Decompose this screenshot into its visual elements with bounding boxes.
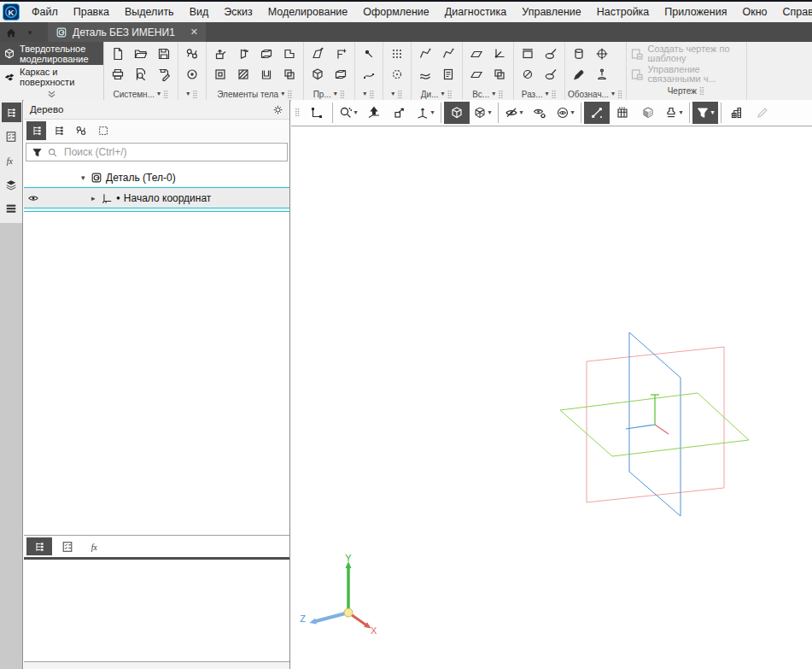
triad-origin-sphere[interactable] (344, 608, 353, 617)
sidebar-tree-button[interactable] (2, 103, 21, 122)
group-dropdown-caret[interactable]: ▾ (157, 91, 161, 97)
search-input[interactable] (62, 145, 282, 159)
group-dropdown-caret[interactable]: ▾ (391, 91, 394, 97)
mode-solid-modeling[interactable]: Твердотельное моделирование (0, 42, 103, 65)
mode-wireframe-surfaces[interactable]: Каркас и поверхности (0, 65, 103, 88)
save-as-button[interactable] (153, 64, 175, 84)
create-drawing-from-template-button[interactable]: Создать чертеж по шаблону (630, 44, 743, 64)
group-grip[interactable]: ⣿ (287, 91, 293, 98)
dropdown-caret[interactable]: ▾ (571, 109, 575, 116)
group-grip[interactable]: ⣿ (163, 91, 169, 98)
menu-item-5[interactable]: Эскиз (216, 2, 260, 22)
check-surface-button[interactable] (414, 64, 436, 84)
designation-cylinder-button[interactable] (568, 44, 590, 63)
measure-button[interactable] (724, 102, 750, 124)
tree-selection-button[interactable] (93, 121, 113, 140)
dropdown-caret[interactable]: ▾ (520, 109, 523, 116)
show-all-button[interactable]: ▾ (552, 102, 578, 124)
check-sketch-button[interactable] (414, 44, 436, 63)
boss-element-button[interactable] (278, 44, 301, 63)
sidebar-parameters-button[interactable] (2, 126, 21, 146)
aux-axis-button[interactable] (488, 44, 511, 63)
panel-tab-parameters[interactable] (55, 537, 80, 555)
dropdown-caret[interactable]: ▾ (680, 109, 683, 116)
shell-element-button[interactable] (255, 64, 277, 84)
loft-element-button[interactable] (255, 44, 277, 63)
new-document-button[interactable] (107, 44, 129, 63)
report-button[interactable] (437, 64, 459, 84)
exclude-dimension-button[interactable] (517, 64, 539, 84)
feature-reference-button[interactable] (330, 44, 352, 63)
menu-item-7[interactable]: Оформление (355, 2, 437, 22)
hole-element-button[interactable] (232, 64, 254, 84)
modes-collapse-chevron[interactable] (0, 88, 103, 100)
aux-plane2-button[interactable] (465, 64, 488, 84)
group-dropdown-caret[interactable]: ▾ (363, 91, 366, 97)
panel-tab-tree[interactable] (26, 537, 52, 555)
kompas-logo[interactable]: K (3, 3, 20, 21)
group-grip[interactable]: ⣿ (397, 91, 403, 98)
filter-funnel-icon[interactable] (32, 147, 43, 158)
open-document-button[interactable] (130, 44, 152, 63)
tree-sequence-button[interactable] (49, 121, 68, 140)
datum-target-button[interactable] (591, 44, 613, 63)
wireframe-display-button[interactable]: ▾ (470, 102, 495, 124)
ellipse-dimension-button[interactable] (540, 64, 562, 84)
zoom-tools-button[interactable]: ▾ (336, 102, 361, 124)
home-button[interactable] (0, 22, 22, 42)
boolean-element-button[interactable] (278, 64, 301, 84)
dropdown-caret[interactable]: ▾ (354, 109, 358, 116)
document-tab[interactable]: Деталь БЕЗ ИМЕНИ1 ✕ (48, 22, 206, 42)
print-button[interactable] (107, 64, 129, 84)
tree-item-detail[interactable]: ▾Деталь (Тел-0) (24, 167, 289, 188)
group-grip[interactable]: ⣿ (447, 91, 453, 98)
visibility-eye-icon[interactable] (27, 192, 43, 204)
menu-item-2[interactable]: Правка (66, 2, 117, 22)
rebuild-model-button[interactable] (181, 44, 203, 63)
group-dropdown-caret[interactable]: ▾ (611, 91, 615, 97)
tree-relations-button[interactable] (71, 121, 91, 140)
media-insert-button[interactable] (181, 64, 203, 84)
view-axes-button[interactable]: ▾ (412, 102, 438, 124)
snaps-button[interactable] (584, 102, 610, 124)
primitive-sections-button[interactable] (330, 64, 352, 84)
grid-button[interactable] (610, 102, 635, 124)
group-grip[interactable]: ⣿ (192, 91, 198, 98)
edit-disabled-button[interactable] (750, 102, 775, 124)
rotate-view-button[interactable] (387, 102, 412, 124)
model-appearance-button[interactable] (635, 102, 661, 124)
pattern-array-button[interactable] (386, 44, 408, 63)
group-grip[interactable]: ⣿ (369, 91, 375, 98)
tree-structure-button[interactable] (26, 121, 46, 140)
point-button[interactable] (358, 44, 380, 63)
group-grip[interactable]: ⣿ (552, 91, 558, 98)
menu-item-6[interactable]: Моделирование (260, 2, 356, 22)
group-dropdown-caret[interactable]: ▾ (186, 91, 190, 97)
tree-item-origin[interactable]: ▸●Начало координат (24, 188, 289, 208)
aux-plane-button[interactable] (465, 44, 488, 63)
group-dropdown-caret[interactable]: ▾ (492, 91, 495, 97)
menu-item-3[interactable]: Выделить (117, 2, 182, 22)
dropdown-caret[interactable]: ▾ (488, 109, 492, 116)
menu-item-13[interactable]: Справка (775, 2, 812, 22)
check-curve-button[interactable] (437, 44, 459, 63)
group-dropdown-caret[interactable]: ▾ (441, 91, 445, 97)
dropdown-caret[interactable]: ▾ (431, 109, 435, 116)
viewport-toolbar-grip[interactable]: ⣿ (295, 109, 301, 115)
tab-close-button[interactable]: ✕ (190, 26, 198, 38)
frame-mode-button[interactable] (304, 102, 330, 124)
group-grip[interactable]: ⣿ (340, 91, 346, 98)
hide-objects-button[interactable]: ▾ (501, 102, 527, 124)
position-mark-button[interactable] (591, 64, 613, 84)
gear-icon[interactable] (272, 104, 283, 115)
ghost-copy-button[interactable] (386, 64, 408, 84)
tree-expander[interactable]: ▸ (91, 194, 101, 202)
sidebar-variables-button[interactable] (2, 150, 21, 170)
cut-extrude-button[interactable] (209, 64, 231, 84)
spline-button[interactable] (358, 64, 380, 84)
menu-item-9[interactable]: Управление (514, 2, 589, 22)
menu-item-4[interactable]: Вид (182, 2, 217, 22)
sidebar-menu-button[interactable] (2, 198, 21, 218)
menu-item-1[interactable]: Файл (24, 2, 66, 22)
triad-axis-z[interactable] (316, 613, 348, 621)
